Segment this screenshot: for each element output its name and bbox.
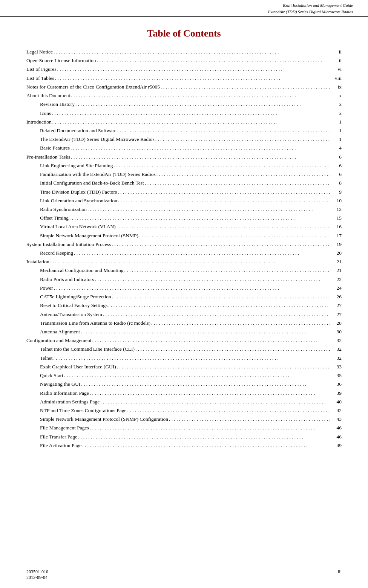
toc-entry: Power24 (26, 284, 342, 292)
toc-page-number: 19 (331, 240, 342, 249)
toc-dots (118, 188, 330, 196)
toc-entry: Quick Start35 (26, 371, 342, 380)
toc-entry: CAT5e Lightning/Surge Protection26 (26, 292, 342, 301)
toc-page-number: 46 (331, 432, 342, 441)
toc-page-number: 32 (331, 336, 342, 345)
toc-entry: List of Tablesviii (26, 74, 342, 82)
toc-entry-text: System Installation and Initiation Proce… (26, 240, 111, 249)
toc-page-number: 27 (331, 310, 342, 319)
toc-page-number: 1 (331, 118, 342, 126)
toc-page-number: x (331, 100, 342, 108)
toc-entry-text: Configuration and Management (26, 336, 91, 345)
toc-dots (78, 432, 330, 441)
toc-entry: Simple Network Management Protocol (SNMP… (26, 231, 342, 240)
toc-entry: Virtual Local Area Network (VLAN)16 (26, 222, 342, 231)
toc-entry-text: Radio Ports and Indicators (40, 275, 94, 284)
toc-page-number: viii (331, 74, 342, 82)
toc-dots (75, 100, 330, 108)
toc-page-number: 35 (331, 371, 342, 380)
toc-page-number: 26 (331, 292, 342, 301)
toc-entry: Revision Historyx (26, 100, 342, 108)
toc-page-number: 21 (331, 257, 342, 266)
toc-dots (108, 301, 330, 310)
toc-dots (54, 284, 331, 292)
toc-entry-text: Link Engineering and Site Planning (40, 161, 113, 170)
toc-entry-text: Radio Information Page (40, 389, 89, 397)
toc-entry-text: Mechanical Configuration and Mounting (40, 266, 124, 275)
toc-page-number: 6 (331, 161, 342, 170)
toc-page-number: 9 (331, 188, 342, 196)
toc-entry: Administration Settings Page40 (26, 397, 342, 406)
toc-dots (90, 389, 330, 397)
toc-entry-text: File Transfer Page (40, 432, 77, 441)
toc-entry-text: Basic Features (40, 144, 70, 152)
toc-dots (52, 118, 330, 126)
toc-page-number: 40 (331, 397, 342, 406)
toc-entry-text: Record Keeping (40, 249, 73, 257)
toc-entry: About this Documentx (26, 91, 342, 100)
toc-entry: Introduction1 (26, 118, 342, 126)
toc-entry-text: File Activation Page (40, 441, 81, 450)
part-number: 203591-010 (26, 569, 48, 575)
toc-dots (151, 319, 330, 327)
toc-dots (52, 109, 330, 118)
toc-entry-text: Initial Configuration and Back-to-Back B… (40, 179, 144, 187)
toc-page-number: 22 (331, 275, 342, 284)
toc-page-number: 39 (331, 389, 342, 397)
toc-page-number: ii (331, 47, 342, 56)
toc-dots (117, 222, 330, 231)
toc-page-number: 32 (331, 345, 342, 353)
header-line1: Exalt Installation and Management Guide (15, 2, 353, 9)
toc-entry-text: About this Document (26, 91, 70, 100)
toc-entry-text: Exalt Graphical User Interface (GUI) (40, 362, 116, 371)
toc-dots (74, 249, 330, 257)
toc-title: Table of Contents (26, 28, 342, 39)
toc-entry-text: CAT5e Lightning/Surge Protection (40, 292, 111, 301)
toc-entry-text: Open-Source License Information (26, 56, 96, 65)
toc-entry: Notes for Customers of the Cisco Configu… (26, 82, 342, 91)
toc-entry: Pre-installation Tasks6 (26, 153, 342, 161)
page-footer: 203591-010 2012-09-04 iii (0, 569, 368, 580)
toc-dots (169, 415, 330, 423)
toc-page-number: 46 (331, 423, 342, 432)
toc-entry: Related Documentation and Software1 (26, 126, 342, 135)
toc-dots (139, 231, 330, 240)
toc-page-number: 30 (331, 327, 342, 336)
toc-page-number: 49 (331, 441, 342, 450)
toc-entry-text: Pre-installation Tasks (26, 153, 70, 161)
toc-dots (112, 240, 330, 249)
toc-entry: NTP and Time Zones Configurations Page42 (26, 406, 342, 415)
toc-entries: Legal NoticeiiOpen-Source License Inform… (26, 47, 342, 450)
toc-entry-text: Virtual Local Area Network (VLAN) (40, 222, 116, 231)
toc-entry-text: Legal Notice (26, 47, 53, 56)
toc-dots (54, 354, 330, 362)
toc-entry-text: File Management Pages (40, 423, 89, 432)
toc-page-number: 6 (331, 170, 342, 179)
toc-entry: Legal Noticeii (26, 47, 342, 56)
toc-dots (54, 47, 330, 56)
toc-dots (64, 371, 330, 380)
toc-entry: Record Keeping20 (26, 249, 342, 257)
toc-entry-text: NTP and Time Zones Configurations Page (40, 406, 126, 415)
toc-page-number: 16 (331, 222, 342, 231)
toc-entry-text: List of Figures (26, 65, 57, 73)
toc-dots (71, 153, 330, 161)
toc-entry-text: Icons (40, 109, 51, 118)
toc-dots (87, 205, 330, 214)
toc-dots (69, 214, 330, 222)
main-content: Table of Contents Legal NoticeiiOpen-Sou… (0, 17, 368, 472)
toc-entry-text: Telnet into the Command Line Interface (… (40, 345, 135, 353)
toc-entry: Installation21 (26, 257, 342, 266)
toc-entry: Link Engineering and Site Planning6 (26, 161, 342, 170)
toc-dots (82, 441, 330, 450)
toc-entry-text: Navigating the GUI (40, 380, 80, 388)
toc-entry-text: Revision History (40, 100, 75, 108)
toc-entry: Iconsx (26, 109, 342, 118)
toc-entry: Reset to Critical Factory Settings27 (26, 301, 342, 310)
toc-entry: System Installation and Initiation Proce… (26, 240, 342, 249)
toc-entry: Offset Timing15 (26, 214, 342, 222)
toc-dots (95, 275, 330, 284)
toc-dots (81, 380, 330, 388)
toc-page-number: 42 (331, 406, 342, 415)
toc-dots (97, 56, 330, 65)
